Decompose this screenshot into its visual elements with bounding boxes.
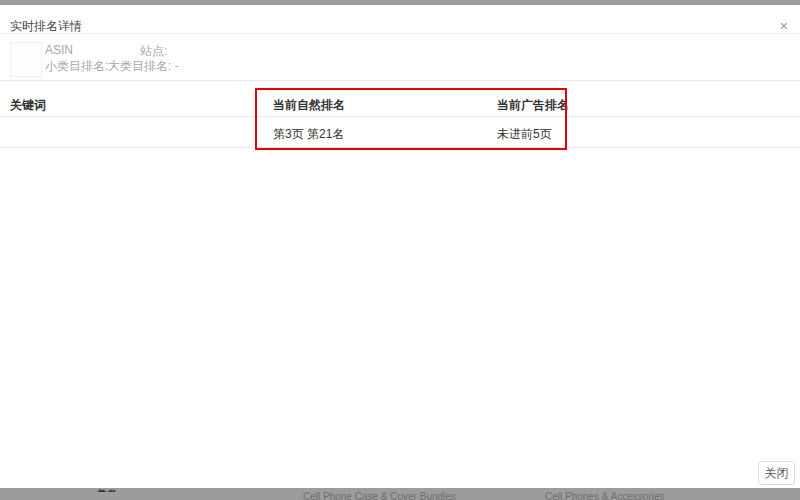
column-header-ad-rank: 当前广告排名 [497,97,569,114]
table-header-divider [0,116,800,117]
close-icon[interactable]: × [780,19,788,33]
ranking-details-modal: 实时排名详情 × ASIN 站点: 小类目排名: - 大类目排名: - 关键词 … [0,5,800,488]
product-divider [0,80,800,81]
close-button[interactable]: 关闭 [758,461,795,485]
table-row-divider [0,147,800,148]
product-image-placeholder [10,42,42,77]
cell-ad-rank: 未进前5页 [497,126,552,143]
large-category-rank: 大类目排名: - [108,58,179,75]
column-header-keyword: 关键词 [10,97,46,114]
small-category-rank: 小类目排名: - [45,58,116,75]
asin-label: ASIN [45,43,73,57]
dimmed-background-bottom: 美类 Cell Phone Case & Cover Bundles Cell … [0,488,800,500]
background-category-1: Cell Phone Case & Cover Bundles [303,491,456,500]
background-partial-text: 美类 [97,488,117,492]
header-divider [0,33,800,34]
cell-natural-rank: 第3页 第21名 [273,126,344,143]
column-header-natural-rank: 当前自然排名 [273,97,345,114]
background-category-2: Cell Phones & Accessories [545,491,665,500]
screen: 实时排名详情 × ASIN 站点: 小类目排名: - 大类目排名: - 关键词 … [0,0,800,500]
